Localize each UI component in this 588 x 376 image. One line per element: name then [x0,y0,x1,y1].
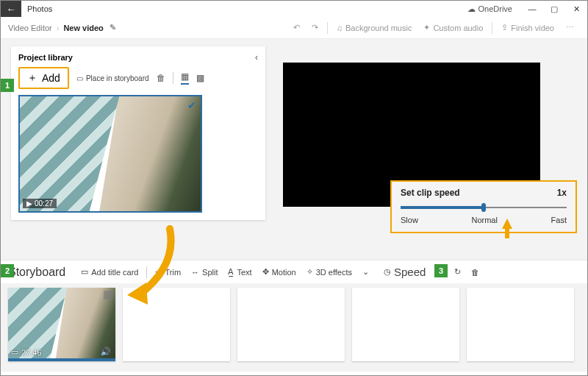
annotation-dot-3: 3 [434,264,448,277]
speed-popup: Set clip speed 1x Slow Normal Fast [390,180,577,233]
view-grid-large-button[interactable]: ▦ [181,71,189,85]
cloud-icon: ☁ [467,4,476,14]
slider-thumb[interactable] [481,203,486,212]
clip-select-box[interactable] [104,291,112,299]
chevron-right-icon: › [57,24,60,32]
add-button[interactable]: ＋ Add [18,67,69,89]
divider [327,22,328,34]
main-area: Project library ‹ ＋ Add ▭ Place in story… [1,39,587,260]
add-title-card-button[interactable]: ▭Add title card [81,267,138,277]
onedrive-label: OneDrive [478,4,512,13]
more-button[interactable]: ⋯ [566,23,574,32]
divider [146,266,147,278]
text-button[interactable]: A̲Text [228,267,251,277]
rotate-button[interactable]: ↻ [454,267,461,277]
view-grid-small-button[interactable]: ▩ [196,73,204,83]
undo-button[interactable]: ↶ [293,23,300,32]
redo-icon: ↷ [312,23,318,32]
thumbnail-image [20,96,201,211]
speed-popup-title: Set clip speed [401,188,460,198]
trash-icon: 🗑 [471,268,479,277]
breadcrumb-root[interactable]: Video Editor [8,24,52,32]
close-button[interactable]: ✕ [565,1,587,17]
maximize-icon: ▢ [551,4,558,14]
minimize-button[interactable]: — [521,1,543,17]
more-icon: ⋯ [566,23,574,32]
library-title: Project library [18,53,73,62]
storyboard-empty-slot[interactable] [467,288,574,361]
storyboard-clip[interactable]: ▭27.46 🔊 [8,288,115,361]
custom-audio-button[interactable]: ✦Custom audio [423,23,483,32]
motion-icon: ✥ [262,267,269,277]
split-icon: ↔ [191,268,199,277]
storyboard-title: Storyboard [8,266,65,279]
finish-video-button[interactable]: ⇪Finish video [501,23,554,32]
arrow-left-icon: ← [7,4,16,15]
duration-badge: ▶ 00:27 [23,199,57,208]
divider [492,22,492,34]
split-button[interactable]: ↔Split [191,268,218,277]
clip-duration: ▭27.46 [11,347,42,357]
app-title: Photos [27,4,52,13]
motion-button[interactable]: ✥Motion [262,267,296,277]
rename-button[interactable]: ✎ [110,23,116,32]
clip-timebar [8,358,115,361]
place-in-storyboard-button[interactable]: ▭ Place in storyboard [76,74,149,82]
annotation-dot-1: 1 [1,79,14,92]
filter-icon: ⌄ [362,267,369,277]
redo-button[interactable]: ↷ [312,23,318,32]
collapse-button[interactable]: ‹ [255,52,258,63]
trim-icon: ⇥ [155,267,162,277]
sparkle-icon: ✧ [306,267,313,277]
breadcrumb-bar: Video Editor › New video ✎ ↶ ↷ ♫Backgrou… [1,17,587,39]
background-music-button[interactable]: ♫Background music [337,24,412,32]
play-icon: ▶ [26,199,32,207]
plus-icon: ＋ [27,71,37,85]
music-icon: ♫ [337,24,343,32]
speed-slider[interactable] [401,202,567,213]
close-icon: ✕ [573,4,580,14]
back-button[interactable]: ← [1,1,21,17]
text-icon: A̲ [228,267,234,277]
breadcrumb-current[interactable]: New video [63,24,103,32]
card-icon: ▭ [81,267,88,277]
minimize-icon: — [528,4,537,13]
storyboard-icon: ▭ [76,74,83,82]
annotation-arrow-up [502,219,512,229]
audio-icon: ✦ [423,23,430,32]
annotation-dot-2: 2 [1,264,14,277]
trim-button[interactable]: ⇥Trim [155,267,181,277]
duration-icon: ▭ [11,347,18,357]
delete-clip-button[interactable]: 🗑 [471,268,479,277]
title-bar: ← Photos ☁ OneDrive — ▢ ✕ [1,1,587,17]
storyboard-toolbar: Storyboard ▭Add title card ⇥Trim ↔Split … [1,260,587,283]
onedrive-status[interactable]: ☁ OneDrive [467,4,512,14]
storyboard-empty-slot[interactable] [237,288,345,361]
speed-fast-label: Fast [551,216,567,224]
filters-button[interactable]: ⌄ [362,267,369,277]
library-thumbnail[interactable]: ✔ ▶ 00:27 [18,95,202,213]
project-library-panel: Project library ‹ ＋ Add ▭ Place in story… [11,46,265,220]
storyboard-strip: ▭27.46 🔊 [1,283,587,372]
add-label: Add [42,72,60,84]
speed-button[interactable]: ◷Speed [384,266,426,278]
3d-effects-button[interactable]: ✧3D effects [306,267,352,277]
speed-slow-label: Slow [401,216,418,224]
maximize-button[interactable]: ▢ [543,1,565,17]
export-icon: ⇪ [501,23,508,32]
storyboard-empty-slot[interactable] [123,288,230,361]
delete-button[interactable]: 🗑 [157,73,165,83]
selected-check-icon: ✔ [187,99,196,111]
slider-fill [401,206,484,209]
undo-icon: ↶ [293,23,300,32]
clip-volume-button[interactable]: 🔊 [100,347,111,357]
speed-icon: ◷ [384,267,391,277]
divider [173,72,173,84]
speed-normal-label: Normal [471,216,497,224]
speed-value: 1x [557,188,567,198]
rotate-icon: ↻ [454,267,461,277]
storyboard-empty-slot[interactable] [352,288,459,361]
